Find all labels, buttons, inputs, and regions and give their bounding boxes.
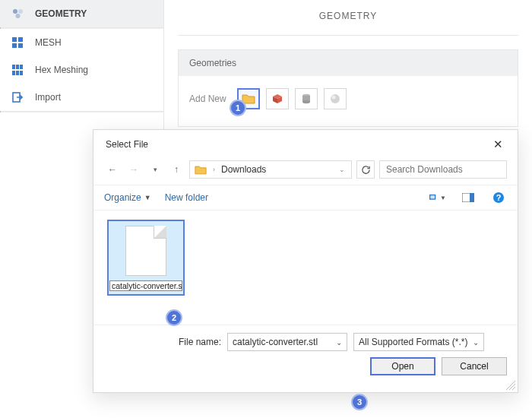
svg-rect-7 bbox=[12, 65, 15, 69]
sidebar-item-label: Import bbox=[35, 92, 61, 103]
recent-locations-button[interactable]: ▾ bbox=[147, 161, 163, 178]
svg-point-0 bbox=[13, 9, 17, 14]
close-button[interactable]: ✕ bbox=[487, 136, 508, 153]
sidebar-item-mesh[interactable]: MESH bbox=[0, 29, 163, 56]
filter-value: All Supported Formats (*.*) bbox=[359, 337, 467, 347]
dialog-nav: ← → ▾ ↑ › Downloads ⌄ bbox=[93, 157, 518, 185]
chevron-down-icon: ▼ bbox=[440, 195, 446, 201]
search-box[interactable] bbox=[379, 160, 507, 179]
svg-rect-8 bbox=[16, 65, 19, 69]
sidebar-item-label: Hex Meshing bbox=[35, 65, 88, 75]
file-list[interactable]: catalytic-converter.stl bbox=[93, 211, 518, 325]
sidebar-item-hex-meshing[interactable]: Hex Meshing bbox=[0, 56, 163, 84]
filter-combo[interactable]: All Supported Formats (*.*) ⌄ bbox=[353, 333, 484, 351]
chevron-right-icon: › bbox=[211, 166, 217, 173]
svg-rect-11 bbox=[16, 71, 19, 75]
close-icon: ✕ bbox=[493, 138, 503, 151]
import-icon bbox=[11, 90, 24, 104]
open-button[interactable]: Open bbox=[370, 357, 435, 375]
cancel-label: Cancel bbox=[460, 361, 488, 372]
help-button[interactable]: ? bbox=[490, 190, 507, 205]
sidebar-item-label: MESH bbox=[35, 37, 62, 48]
cylinder-icon bbox=[302, 93, 311, 104]
svg-point-16 bbox=[302, 100, 310, 103]
svg-rect-5 bbox=[12, 43, 17, 48]
file-item[interactable]: catalytic-converter.stl bbox=[107, 220, 185, 296]
sphere-icon bbox=[330, 93, 340, 104]
dialog-toolbar: Organize ▼ New folder ▼ ? bbox=[93, 185, 518, 211]
preview-pane-button[interactable] bbox=[460, 190, 477, 205]
add-cylinder-button[interactable] bbox=[295, 88, 318, 109]
svg-point-18 bbox=[331, 96, 335, 100]
svg-rect-21 bbox=[430, 195, 435, 198]
cube-icon bbox=[272, 93, 283, 104]
view-mode-button[interactable]: ▼ bbox=[429, 190, 446, 205]
chevron-down-icon[interactable]: ⌄ bbox=[337, 166, 347, 173]
refresh-button[interactable] bbox=[356, 160, 375, 179]
preview-pane-icon bbox=[462, 193, 474, 202]
cancel-button[interactable]: Cancel bbox=[442, 357, 507, 375]
chevron-down-icon: ⌄ bbox=[336, 338, 342, 347]
chevron-down-icon: ▼ bbox=[144, 194, 151, 201]
sidebar-item-import[interactable]: Import bbox=[0, 84, 163, 111]
add-cube-button[interactable] bbox=[266, 88, 289, 109]
folder-icon bbox=[195, 165, 207, 175]
filename-combo[interactable]: catalytic-converter.stl ⌄ bbox=[227, 333, 347, 351]
add-sphere-button[interactable] bbox=[324, 88, 347, 109]
svg-rect-9 bbox=[20, 65, 23, 69]
callout-1: 1 bbox=[230, 100, 246, 116]
filename-row: File name: catalytic-converter.stl ⌄ All… bbox=[104, 333, 507, 351]
svg-text:?: ? bbox=[496, 193, 502, 202]
callout-2: 2 bbox=[166, 309, 182, 326]
add-new-buttons bbox=[237, 88, 347, 109]
svg-rect-10 bbox=[12, 71, 15, 75]
svg-rect-4 bbox=[18, 37, 23, 42]
address-bar[interactable]: › Downloads ⌄ bbox=[189, 160, 352, 179]
new-folder-button[interactable]: New folder bbox=[165, 192, 208, 203]
arrow-right-icon: → bbox=[129, 164, 138, 175]
resize-grip-icon[interactable] bbox=[506, 381, 515, 390]
refresh-icon bbox=[361, 165, 371, 175]
help-icon: ? bbox=[492, 192, 505, 204]
sidebar-item-label: GEOMETRY bbox=[35, 8, 87, 19]
hex-icon bbox=[11, 63, 24, 77]
file-dialog: Select File ✕ ← → ▾ ↑ › Downloads ⌄ Orga… bbox=[93, 129, 518, 393]
chevron-down-icon: ⌄ bbox=[473, 338, 479, 347]
panel-header: Geometries bbox=[179, 50, 518, 76]
search-input[interactable] bbox=[385, 163, 502, 176]
address-segment[interactable]: Downloads bbox=[221, 164, 266, 175]
button-row: Open Cancel bbox=[104, 357, 507, 375]
sidebar-item-geometry[interactable]: GEOMETRY bbox=[0, 0, 163, 27]
file-label: catalytic-converter.stl bbox=[109, 280, 182, 291]
filename-label: File name: bbox=[179, 337, 221, 347]
up-button[interactable]: ↑ bbox=[168, 161, 185, 178]
sidebar-separator bbox=[0, 111, 163, 112]
mesh-icon bbox=[11, 36, 24, 49]
new-folder-label: New folder bbox=[165, 192, 208, 203]
svg-point-2 bbox=[16, 14, 21, 18]
arrow-left-icon: ← bbox=[108, 164, 117, 175]
svg-point-1 bbox=[18, 9, 23, 14]
svg-point-17 bbox=[331, 94, 340, 103]
svg-rect-3 bbox=[12, 37, 17, 42]
dialog-titlebar: Select File ✕ bbox=[93, 130, 518, 157]
back-button[interactable]: ← bbox=[104, 161, 121, 178]
dialog-bottom: File name: catalytic-converter.stl ⌄ All… bbox=[93, 325, 518, 392]
filename-value: catalytic-converter.stl bbox=[233, 337, 318, 347]
panel-body: Add New bbox=[179, 76, 518, 126]
file-icon bbox=[125, 226, 166, 276]
open-label: Open bbox=[391, 361, 413, 372]
svg-rect-6 bbox=[18, 43, 23, 48]
arrow-up-icon: ↑ bbox=[174, 164, 179, 175]
main-panel: GEOMETRY Geometries Add New bbox=[163, 0, 532, 141]
forward-button[interactable]: → bbox=[125, 161, 142, 178]
organize-label: Organize bbox=[104, 192, 141, 203]
callout-3: 3 bbox=[351, 394, 368, 410]
chevron-down-icon: ▾ bbox=[154, 166, 157, 173]
svg-rect-12 bbox=[20, 71, 23, 75]
dialog-title: Select File bbox=[106, 139, 148, 150]
organize-button[interactable]: Organize ▼ bbox=[104, 192, 151, 203]
geometry-icon bbox=[11, 7, 24, 21]
page-title: GEOMETRY bbox=[178, 0, 518, 36]
sidebar: GEOMETRY MESH Hex Meshing Import bbox=[0, 0, 163, 112]
